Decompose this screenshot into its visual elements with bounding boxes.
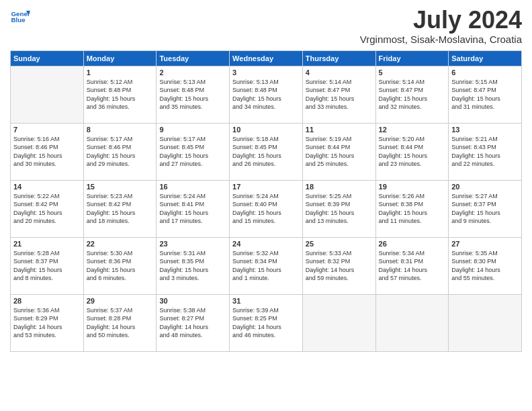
day-info: Sunrise: 5:13 AM Sunset: 8:48 PM Dayligh… bbox=[159, 78, 226, 111]
day-number: 21 bbox=[13, 240, 81, 248]
day-info: Sunrise: 5:12 AM Sunset: 8:48 PM Dayligh… bbox=[87, 78, 154, 111]
table-row: 21Sunrise: 5:28 AM Sunset: 8:37 PM Dayli… bbox=[11, 237, 84, 294]
day-info: Sunrise: 5:24 AM Sunset: 8:41 PM Dayligh… bbox=[159, 192, 226, 226]
day-info: Sunrise: 5:23 AM Sunset: 8:42 PM Dayligh… bbox=[87, 192, 154, 226]
header-monday: Monday bbox=[83, 50, 157, 66]
day-info: Sunrise: 5:16 AM Sunset: 8:46 PM Dayligh… bbox=[13, 135, 81, 169]
table-row: 30Sunrise: 5:38 AM Sunset: 8:27 PM Dayli… bbox=[157, 294, 230, 351]
day-number: 19 bbox=[379, 183, 446, 191]
logo-icon: General Blue bbox=[10, 7, 30, 27]
table-row: 8Sunrise: 5:17 AM Sunset: 8:46 PM Daylig… bbox=[83, 123, 157, 180]
day-info: Sunrise: 5:21 AM Sunset: 8:43 PM Dayligh… bbox=[451, 135, 519, 169]
svg-text:Blue: Blue bbox=[11, 16, 26, 24]
day-number: 13 bbox=[451, 126, 519, 134]
header-thursday: Thursday bbox=[302, 50, 375, 66]
day-number: 30 bbox=[159, 297, 226, 305]
day-number: 17 bbox=[232, 183, 300, 191]
page-header: General Blue July 2024 Vrginmost, Sisak-… bbox=[10, 7, 522, 45]
day-number: 12 bbox=[379, 126, 446, 134]
header-sunday: Sunday bbox=[11, 50, 84, 66]
calendar-week-0: 1Sunrise: 5:12 AM Sunset: 8:48 PM Daylig… bbox=[11, 66, 522, 123]
header-tuesday: Tuesday bbox=[157, 50, 230, 66]
table-row: 12Sunrise: 5:20 AM Sunset: 8:44 PM Dayli… bbox=[375, 123, 449, 180]
table-row: 5Sunrise: 5:14 AM Sunset: 8:47 PM Daylig… bbox=[375, 66, 449, 123]
table-row: 13Sunrise: 5:21 AM Sunset: 8:43 PM Dayli… bbox=[449, 123, 522, 180]
day-info: Sunrise: 5:35 AM Sunset: 8:30 PM Dayligh… bbox=[451, 249, 519, 283]
day-info: Sunrise: 5:17 AM Sunset: 8:45 PM Dayligh… bbox=[159, 135, 226, 169]
day-number: 15 bbox=[87, 183, 154, 191]
day-info: Sunrise: 5:20 AM Sunset: 8:44 PM Dayligh… bbox=[379, 135, 446, 169]
day-info: Sunrise: 5:36 AM Sunset: 8:29 PM Dayligh… bbox=[13, 306, 81, 340]
table-row: 24Sunrise: 5:32 AM Sunset: 8:34 PM Dayli… bbox=[230, 237, 303, 294]
table-row: 23Sunrise: 5:31 AM Sunset: 8:35 PM Dayli… bbox=[157, 237, 230, 294]
table-row: 14Sunrise: 5:22 AM Sunset: 8:42 PM Dayli… bbox=[11, 180, 84, 237]
table-row: 4Sunrise: 5:14 AM Sunset: 8:47 PM Daylig… bbox=[302, 66, 375, 123]
day-number: 23 bbox=[159, 240, 226, 248]
table-row bbox=[11, 66, 84, 123]
day-number: 9 bbox=[159, 126, 226, 134]
day-info: Sunrise: 5:26 AM Sunset: 8:38 PM Dayligh… bbox=[379, 192, 446, 226]
table-row: 16Sunrise: 5:24 AM Sunset: 8:41 PM Dayli… bbox=[157, 180, 230, 237]
day-info: Sunrise: 5:31 AM Sunset: 8:35 PM Dayligh… bbox=[159, 249, 226, 283]
day-number: 3 bbox=[232, 68, 300, 77]
day-info: Sunrise: 5:14 AM Sunset: 8:47 PM Dayligh… bbox=[379, 78, 446, 111]
table-row: 25Sunrise: 5:33 AM Sunset: 8:32 PM Dayli… bbox=[302, 237, 375, 294]
day-number: 1 bbox=[87, 68, 154, 77]
day-number: 22 bbox=[87, 240, 154, 248]
day-number: 8 bbox=[87, 126, 154, 134]
day-info: Sunrise: 5:25 AM Sunset: 8:39 PM Dayligh… bbox=[306, 192, 373, 226]
table-row: 9Sunrise: 5:17 AM Sunset: 8:45 PM Daylig… bbox=[157, 123, 230, 180]
day-info: Sunrise: 5:30 AM Sunset: 8:36 PM Dayligh… bbox=[87, 249, 154, 283]
calendar-header-row: Sunday Monday Tuesday Wednesday Thursday… bbox=[11, 50, 522, 66]
day-info: Sunrise: 5:18 AM Sunset: 8:45 PM Dayligh… bbox=[232, 135, 300, 169]
table-row: 15Sunrise: 5:23 AM Sunset: 8:42 PM Dayli… bbox=[83, 180, 157, 237]
table-row: 28Sunrise: 5:36 AM Sunset: 8:29 PM Dayli… bbox=[11, 294, 84, 351]
day-info: Sunrise: 5:13 AM Sunset: 8:48 PM Dayligh… bbox=[232, 78, 300, 111]
day-number: 26 bbox=[379, 240, 446, 248]
day-number: 5 bbox=[379, 68, 446, 77]
calendar-week-2: 14Sunrise: 5:22 AM Sunset: 8:42 PM Dayli… bbox=[11, 180, 522, 237]
table-row: 27Sunrise: 5:35 AM Sunset: 8:30 PM Dayli… bbox=[449, 237, 522, 294]
day-number: 16 bbox=[159, 183, 226, 191]
day-info: Sunrise: 5:27 AM Sunset: 8:37 PM Dayligh… bbox=[451, 192, 519, 226]
table-row: 29Sunrise: 5:37 AM Sunset: 8:28 PM Dayli… bbox=[83, 294, 157, 351]
table-row: 22Sunrise: 5:30 AM Sunset: 8:36 PM Dayli… bbox=[83, 237, 157, 294]
table-row: 6Sunrise: 5:15 AM Sunset: 8:47 PM Daylig… bbox=[449, 66, 522, 123]
day-number: 4 bbox=[306, 68, 373, 77]
title-block: July 2024 Vrginmost, Sisak-Moslavina, Cr… bbox=[360, 7, 522, 45]
table-row: 17Sunrise: 5:24 AM Sunset: 8:40 PM Dayli… bbox=[230, 180, 303, 237]
day-number: 25 bbox=[306, 240, 373, 248]
table-row: 2Sunrise: 5:13 AM Sunset: 8:48 PM Daylig… bbox=[157, 66, 230, 123]
calendar-week-1: 7Sunrise: 5:16 AM Sunset: 8:46 PM Daylig… bbox=[11, 123, 522, 180]
day-number: 28 bbox=[13, 297, 81, 305]
day-number: 31 bbox=[232, 297, 300, 305]
table-row: 7Sunrise: 5:16 AM Sunset: 8:46 PM Daylig… bbox=[11, 123, 84, 180]
day-number: 6 bbox=[451, 68, 519, 77]
table-row bbox=[302, 294, 375, 351]
day-number: 27 bbox=[451, 240, 519, 248]
day-number: 18 bbox=[306, 183, 373, 191]
calendar-table: Sunday Monday Tuesday Wednesday Thursday… bbox=[10, 50, 522, 352]
header-wednesday: Wednesday bbox=[230, 50, 303, 66]
day-info: Sunrise: 5:17 AM Sunset: 8:46 PM Dayligh… bbox=[87, 135, 154, 169]
day-info: Sunrise: 5:39 AM Sunset: 8:25 PM Dayligh… bbox=[232, 306, 300, 340]
day-info: Sunrise: 5:33 AM Sunset: 8:32 PM Dayligh… bbox=[306, 249, 373, 283]
calendar-week-4: 28Sunrise: 5:36 AM Sunset: 8:29 PM Dayli… bbox=[11, 294, 522, 351]
table-row: 19Sunrise: 5:26 AM Sunset: 8:38 PM Dayli… bbox=[375, 180, 449, 237]
day-number: 11 bbox=[306, 126, 373, 134]
day-info: Sunrise: 5:14 AM Sunset: 8:47 PM Dayligh… bbox=[306, 78, 373, 111]
day-number: 7 bbox=[13, 126, 81, 134]
day-info: Sunrise: 5:19 AM Sunset: 8:44 PM Dayligh… bbox=[306, 135, 373, 169]
table-row: 31Sunrise: 5:39 AM Sunset: 8:25 PM Dayli… bbox=[230, 294, 303, 351]
day-info: Sunrise: 5:32 AM Sunset: 8:34 PM Dayligh… bbox=[232, 249, 300, 283]
day-number: 10 bbox=[232, 126, 300, 134]
table-row bbox=[375, 294, 449, 351]
day-number: 14 bbox=[13, 183, 81, 191]
table-row: 26Sunrise: 5:34 AM Sunset: 8:31 PM Dayli… bbox=[375, 237, 449, 294]
day-number: 29 bbox=[87, 297, 154, 305]
table-row: 3Sunrise: 5:13 AM Sunset: 8:48 PM Daylig… bbox=[230, 66, 303, 123]
header-friday: Friday bbox=[375, 50, 449, 66]
day-info: Sunrise: 5:24 AM Sunset: 8:40 PM Dayligh… bbox=[232, 192, 300, 226]
table-row: 20Sunrise: 5:27 AM Sunset: 8:37 PM Dayli… bbox=[449, 180, 522, 237]
location-title: Vrginmost, Sisak-Moslavina, Croatia bbox=[360, 34, 522, 45]
